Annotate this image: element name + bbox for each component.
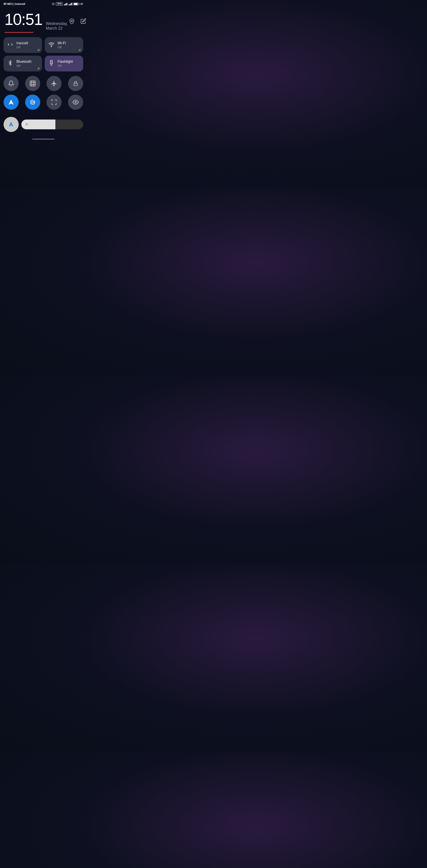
auto-rotate-btn[interactable]: 🔒 <box>25 95 40 110</box>
reader-mode-btn[interactable] <box>68 95 83 110</box>
tiles-row-2: Bluetooth Off Flashlight Off <box>4 56 83 71</box>
wifi-tile-text: Wi-Fi Off <box>58 41 66 49</box>
clock-time: 10:51 <box>4 11 42 27</box>
wifi-arrow <box>78 49 80 51</box>
signal-bar-2 <box>68 3 72 5</box>
notification-btn[interactable] <box>4 76 19 91</box>
quick-tiles-section: Irancell Off Wi-Fi Off <box>0 33 87 71</box>
irancell-arrow <box>37 49 39 51</box>
screenshot-btn[interactable] <box>25 76 40 91</box>
home-bar[interactable] <box>32 138 55 140</box>
wifi-subtitle: Off <box>58 45 66 49</box>
circles-row-2: 🔒 <box>4 95 83 110</box>
clock-section: 10:51 Wednesday, March 22 <box>0 7 87 33</box>
lock-icon <box>73 81 78 86</box>
brightness-slider[interactable]: ☀ <box>21 120 83 129</box>
svg-point-1 <box>51 46 52 47</box>
privacy-icon-btn[interactable] <box>68 17 76 25</box>
irancell-tile-text: Irancell Off <box>17 41 28 49</box>
font-size-btn[interactable]: A <box>4 117 19 132</box>
brightness-icon: ☀ <box>25 122 29 127</box>
flashlight-subtitle: Off <box>58 64 73 67</box>
auto-rotate-icon: 🔒 <box>29 99 36 105</box>
scan-icon <box>51 99 57 105</box>
tile-bluetooth[interactable]: Bluetooth Off <box>4 56 42 71</box>
status-right: VPN 97 <box>52 2 83 6</box>
circles-row-1 <box>4 76 83 91</box>
tile-irancell[interactable]: Irancell Off <box>4 37 42 53</box>
irancell-icon <box>7 42 13 49</box>
svg-text:🔒: 🔒 <box>32 101 34 104</box>
scissors-icon <box>30 80 36 87</box>
scan-btn[interactable] <box>46 95 62 110</box>
lock-rotation-btn[interactable] <box>68 76 83 91</box>
bluetooth-tile-text: Bluetooth Off <box>17 60 32 67</box>
eye-icon <box>72 99 79 105</box>
flashlight-icon <box>48 60 55 67</box>
tiles-row-1: Irancell Off Wi-Fi Off <box>4 37 83 53</box>
shield-icon <box>69 18 75 24</box>
battery-indicator <box>73 3 79 5</box>
airplane-mode-btn[interactable] <box>46 76 62 91</box>
flashlight-title: Flashlight <box>58 60 73 64</box>
edit-icon-btn[interactable] <box>79 17 87 25</box>
bluetooth-subtitle: Off <box>17 64 32 67</box>
flashlight-tile-text: Flashlight Off <box>58 60 73 67</box>
signal-bar-1 <box>64 3 68 5</box>
irancell-title: Irancell <box>17 41 28 45</box>
wifi-title: Wi-Fi <box>58 41 66 45</box>
alarm-icon <box>52 2 55 6</box>
home-indicator-area <box>0 132 87 144</box>
status-bar: IR-MCI | Irancell VPN <box>0 0 87 7</box>
irancell-subtitle: Off <box>17 45 28 49</box>
battery-percent: 97 <box>80 3 83 5</box>
tile-wifi[interactable]: Wi-Fi Off <box>45 37 83 53</box>
bluetooth-title: Bluetooth <box>17 60 32 64</box>
circles-section: 🔒 <box>0 71 87 110</box>
svg-rect-3 <box>51 63 52 65</box>
bottom-controls: A ☀ <box>0 113 87 132</box>
svg-rect-10 <box>74 83 77 86</box>
location-arrow-icon <box>8 99 14 105</box>
bluetooth-icon <box>7 60 13 67</box>
svg-point-0 <box>71 20 72 22</box>
location-btn[interactable] <box>4 95 19 110</box>
font-letter: A <box>9 121 13 128</box>
edit-icon <box>80 18 86 24</box>
red-underline <box>4 32 33 33</box>
clock-action-icons <box>68 17 87 25</box>
carrier-text: IR-MCI | Irancell <box>4 2 25 6</box>
clock-date: Wednesday, March 22 <box>46 21 68 31</box>
bell-icon <box>8 80 14 87</box>
bluetooth-arrow <box>37 67 39 69</box>
vpn-badge: VPN <box>56 2 63 6</box>
svg-point-14 <box>75 101 76 103</box>
wifi-icon <box>48 41 55 49</box>
svg-rect-2 <box>51 60 52 61</box>
airplane-icon <box>51 80 57 87</box>
svg-rect-5 <box>30 81 35 86</box>
tile-flashlight[interactable]: Flashlight Off <box>45 56 83 71</box>
